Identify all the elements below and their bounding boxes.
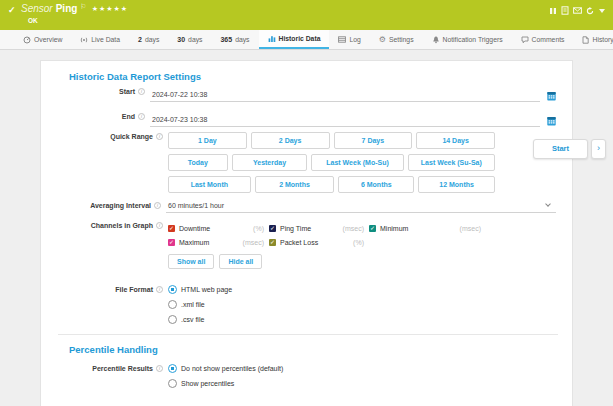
channel-downtime: Downtime (%) — [168, 225, 264, 232]
priority-flag-icon[interactable]: ⚐ — [80, 3, 86, 10]
quick-range-yesterday-button[interactable]: Yesterday — [232, 154, 308, 171]
tab-notification-triggers[interactable]: Notification Triggers — [423, 30, 512, 49]
radio-label: .xml file — [181, 301, 205, 308]
file-format-csv-option[interactable]: .csv file — [168, 315, 556, 324]
channel-minimum: Minimum (msec) — [369, 225, 481, 232]
channels-in-graph-label: Channels in Graph — [58, 221, 153, 229]
quick-range-last-week-mo-su-button[interactable]: Last Week (Mo-Su) — [311, 154, 403, 171]
averaging-interval-label: Averaging Interval — [58, 201, 151, 209]
percentile-results-label: Percentile Results — [58, 364, 153, 372]
radio-icon[interactable] — [168, 315, 177, 324]
end-date-value: 2024-07-23 10:38 — [152, 116, 207, 123]
maximum-checkbox[interactable] — [168, 239, 175, 246]
radio-label: HTML web page — [181, 286, 232, 293]
channel-unit: (msec) — [343, 225, 364, 232]
tab-label: Comments — [532, 36, 565, 43]
packet-loss-checkbox[interactable] — [269, 239, 276, 246]
tab-label: days — [235, 36, 249, 43]
channel-unit: (%) — [353, 239, 364, 246]
info-icon[interactable] — [138, 88, 145, 95]
file-format-xml-option[interactable]: .xml file — [168, 300, 556, 309]
pause-icon[interactable] — [549, 7, 557, 15]
quick-range-last-month-button[interactable]: Last Month — [168, 176, 251, 193]
channel-name: Ping Time — [280, 225, 311, 232]
tab-label: days — [145, 36, 159, 43]
quick-range-2-months-button[interactable]: 2 Months — [255, 176, 335, 193]
channel-name: Packet Loss — [280, 239, 318, 246]
gear-icon: ⚙ — [379, 36, 386, 44]
status-ok-check-icon: ✓ — [8, 5, 16, 15]
channel-ping-time: Ping Time (msec) — [269, 225, 364, 232]
bar-chart-icon — [268, 35, 276, 43]
show-all-button[interactable]: Show all — [168, 254, 214, 269]
tab-label: Settings — [389, 36, 414, 43]
info-icon[interactable] — [156, 365, 163, 372]
gauge-icon — [23, 36, 31, 44]
radio-label: Show percentiles — [181, 380, 234, 387]
sensor-header: ✓ SensorPing⚐★★★★★ OK — [0, 0, 613, 30]
quick-range-14-days-button[interactable]: 14 Days — [416, 132, 495, 149]
ping-time-checkbox[interactable] — [269, 225, 276, 232]
percentile-do-not-show-option[interactable]: Do not show percentiles (default) — [168, 364, 556, 373]
channels-grid: Downtime (%) Ping Time (msec) Minimum (m… — [168, 225, 556, 246]
minimum-checkbox[interactable] — [369, 225, 376, 232]
radio-icon[interactable] — [168, 300, 177, 309]
tab-historic-data[interactable]: Historic Data — [259, 30, 330, 49]
refresh-icon[interactable] — [586, 7, 594, 15]
tab-log[interactable]: Log — [329, 30, 369, 49]
start-report-button[interactable]: Start — [533, 139, 588, 159]
tab-number: 30 — [177, 36, 185, 43]
start-chevron-button[interactable]: › — [591, 139, 606, 159]
radio-selected-icon[interactable] — [168, 364, 177, 373]
tab-live-data[interactable]: Live Data — [71, 30, 129, 49]
quick-range-2-days-button[interactable]: 2 Days — [251, 132, 330, 149]
tab-settings[interactable]: ⚙ Settings — [370, 30, 423, 49]
tab-history[interactable]: History — [573, 30, 613, 49]
file-format-html-option[interactable]: HTML web page — [168, 285, 556, 294]
quick-range-1-day-button[interactable]: 1 Day — [168, 132, 247, 149]
downtime-checkbox[interactable] — [168, 225, 175, 232]
percentile-show-option[interactable]: Show percentiles — [168, 379, 556, 388]
start-date-input[interactable]: 2024-07-22 10:38 — [150, 90, 540, 102]
quick-range-12-months-button[interactable]: 12 Months — [418, 176, 495, 193]
section-divider — [58, 334, 558, 335]
info-icon[interactable] — [138, 113, 145, 120]
info-icon[interactable] — [156, 222, 163, 229]
averaging-interval-select[interactable]: 60 minutes/1 hour — [166, 201, 556, 213]
radio-icon[interactable] — [168, 379, 177, 388]
tab-2-days[interactable]: 2 days — [129, 30, 168, 49]
sensor-name[interactable]: Ping — [56, 3, 78, 14]
info-icon[interactable] — [154, 202, 161, 209]
hide-all-button[interactable]: Hide all — [219, 254, 262, 269]
settings-panel: Historic Data Report Settings Start 2024… — [40, 60, 573, 406]
tab-30-days[interactable]: 30 days — [168, 30, 211, 49]
channel-unit: (%) — [253, 225, 264, 232]
broadcast-icon — [80, 36, 88, 44]
quick-range-6-months-button[interactable]: 6 Months — [338, 176, 414, 193]
calendar-icon[interactable] — [547, 87, 556, 105]
file-format-label: File Format — [58, 285, 153, 293]
quick-range-last-week-su-sa-button[interactable]: Last Week (Su-Sa) — [408, 154, 495, 171]
history-icon — [582, 36, 589, 44]
radio-selected-icon[interactable] — [168, 285, 177, 294]
dropdown-caret-icon[interactable] — [599, 9, 605, 13]
speech-bubble-icon — [521, 36, 529, 44]
end-label: End — [58, 112, 135, 120]
channel-unit: (msec) — [243, 239, 264, 246]
report-icon[interactable] — [561, 6, 569, 15]
calendar-icon[interactable] — [547, 112, 556, 130]
tab-365-days[interactable]: 365 days — [211, 30, 258, 49]
tab-comments[interactable]: Comments — [512, 30, 574, 49]
end-date-input[interactable]: 2024-07-23 10:38 — [150, 115, 540, 127]
quick-range-today-button[interactable]: Today — [168, 154, 228, 171]
tab-label: Overview — [34, 36, 62, 43]
info-icon[interactable] — [156, 133, 163, 140]
info-icon[interactable] — [156, 286, 163, 293]
tab-overview[interactable]: Overview — [14, 30, 71, 49]
priority-stars[interactable]: ★★★★★ — [92, 5, 128, 12]
email-icon[interactable] — [573, 7, 582, 14]
bell-icon — [432, 36, 440, 44]
sensor-status-badge: OK — [28, 17, 38, 24]
quick-range-7-days-button[interactable]: 7 Days — [334, 132, 413, 149]
tab-number: 2 — [138, 36, 142, 43]
